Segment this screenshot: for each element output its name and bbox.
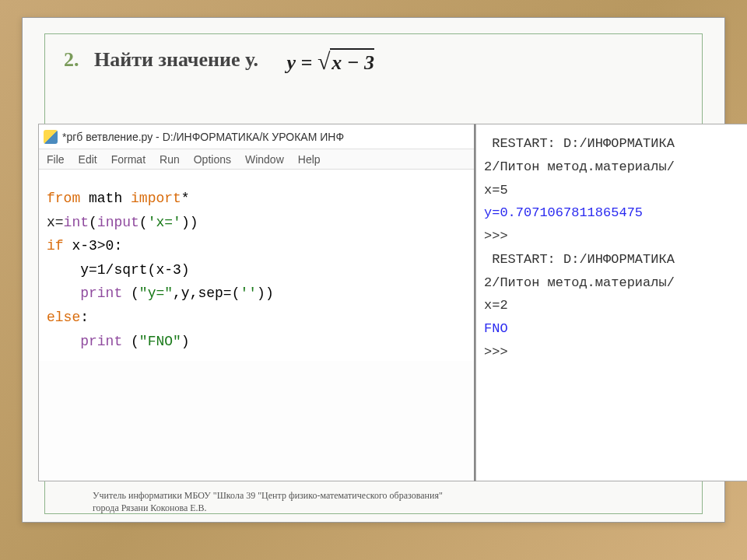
menu-file[interactable]: File [47, 153, 65, 166]
title-text: Найти значение у. [94, 48, 258, 71]
menu-window[interactable]: Window [245, 153, 284, 166]
editor-window: *ргб ветвление.ру - D:/ИНФОРМАТИКА/К УРО… [38, 124, 475, 481]
formula: y = x − 3 [286, 48, 374, 75]
window-title-bar: *ргб ветвление.ру - D:/ИНФОРМАТИКА/К УРО… [39, 124, 474, 149]
title-number: 2. [64, 48, 79, 71]
menu-options[interactable]: Options [194, 153, 231, 166]
footer-credit: Учитель информатики МБОУ "Школа 39 "Цент… [93, 489, 443, 514]
radicand: x − 3 [330, 48, 374, 74]
code-area[interactable]: from math import* x=int(input('x=')) if … [39, 170, 474, 361]
menu-edit[interactable]: Edit [79, 153, 97, 166]
shell-output[interactable]: RESTART: D:/ИНФОРМАТИКА 2/Питон метод.ма… [475, 124, 747, 481]
formula-lhs: y = [286, 51, 317, 74]
slide-title: 2. Найти значение у. y = x − 3 [64, 48, 683, 75]
footer-line-1: Учитель информатики МБОУ "Школа 39 "Цент… [93, 489, 443, 502]
slide-container: 2. Найти значение у. y = x − 3 *ргб ветв… [22, 17, 725, 523]
menu-format[interactable]: Format [111, 153, 146, 166]
footer-line-2: города Рязани Коконова Е.В. [93, 502, 443, 514]
screenshots-row: *ргб ветвление.ру - D:/ИНФОРМАТИКА/К УРО… [38, 124, 747, 481]
menu-bar: File Edit Format Run Options Window Help [39, 149, 474, 170]
python-icon [44, 130, 58, 144]
menu-help[interactable]: Help [298, 153, 321, 166]
menu-run[interactable]: Run [160, 153, 180, 166]
window-title-text: *ргб ветвление.ру - D:/ИНФОРМАТИКА/К УРО… [62, 131, 344, 143]
sqrt-icon [317, 51, 330, 74]
